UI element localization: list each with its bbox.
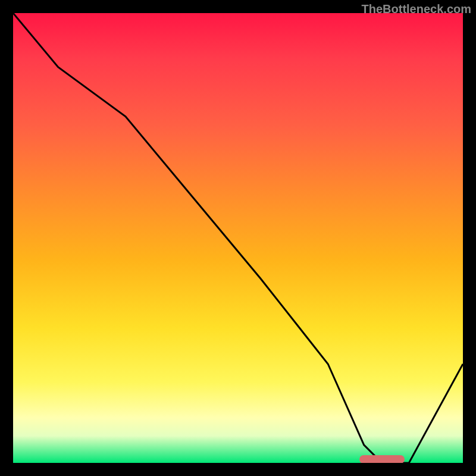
plot-area: [13, 13, 463, 463]
curve-path: [13, 13, 463, 463]
watermark-text: TheBottleneck.com: [362, 2, 471, 16]
optimal-zone-marker: [359, 455, 405, 463]
line-chart: [13, 13, 463, 463]
